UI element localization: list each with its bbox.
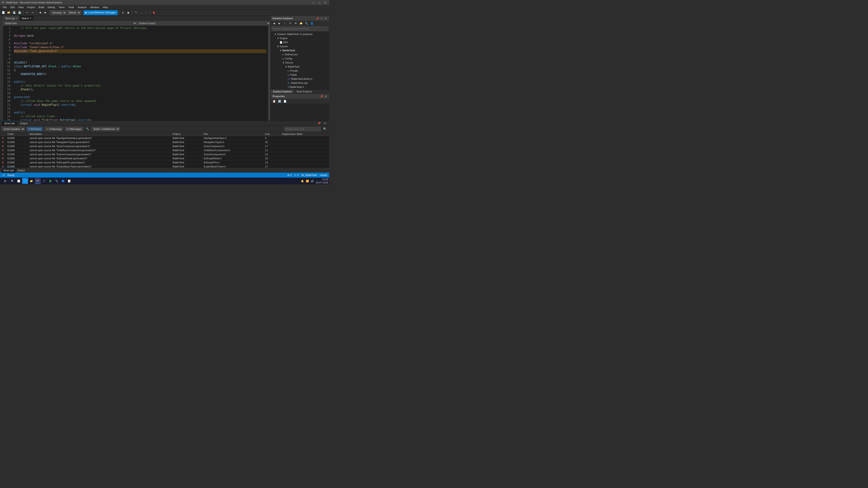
col-suppression[interactable]: Suppression State xyxy=(280,132,329,136)
taskbar-notifications[interactable]: 🔔 xyxy=(301,180,304,183)
se-tab-solution-explorer[interactable]: Solution Explorer xyxy=(271,90,294,94)
tab-tank-cpp-close[interactable]: ✕ xyxy=(16,17,18,20)
build-filter-dropdown[interactable]: Build + IntelliSense xyxy=(92,127,120,131)
open-file-button[interactable]: 📂 xyxy=(6,10,11,15)
taskbar-gog[interactable]: 🐉 xyxy=(48,178,53,184)
step-over-button[interactable]: ↷ xyxy=(133,10,138,15)
tree-build-cs[interactable]: C# BattleTank.Build.cs xyxy=(271,77,329,81)
window-controls[interactable]: — □ ✕ xyxy=(311,0,328,5)
tree-ue4[interactable]: 📄 UE4 xyxy=(271,40,329,44)
new-file-button[interactable]: 📄 xyxy=(1,10,6,15)
menu-window[interactable]: Window xyxy=(88,5,101,9)
step-into-button[interactable]: ↓ xyxy=(138,10,144,15)
se-tab-team-explorer[interactable]: Team Explorer xyxy=(294,90,315,94)
prop-pin-button[interactable]: 📌 xyxy=(320,94,323,98)
taskbar-vs-code[interactable]: 📝 xyxy=(66,178,72,184)
taskbar-explorer[interactable]: 📁 xyxy=(29,178,34,184)
tree-private[interactable]: ▷ Private xyxy=(271,69,329,73)
error-table[interactable]: Code Description Project File Line Suppr… xyxy=(0,132,329,168)
taskbar-search[interactable]: 🔍 xyxy=(9,178,16,184)
table-row[interactable]: ⊘ E1696 cannot open source file "Navigat… xyxy=(0,140,329,144)
tree-source-bt[interactable]: ▼ BattleTank xyxy=(271,65,329,69)
table-row[interactable]: ⊘ E1696 cannot open source file "ChildAc… xyxy=(0,148,329,152)
bottom-close-button[interactable]: ✕ xyxy=(322,121,327,126)
tree-bt-cpp[interactable]: C+ BattleTank.cpp xyxy=(271,81,329,85)
prop-pages-button[interactable]: 📄 xyxy=(283,99,287,104)
code-editor[interactable]: 1234 5678 9101112 13141516 17181920 2122… xyxy=(3,26,270,121)
maximize-button[interactable]: □ xyxy=(317,0,322,5)
prop-close-button[interactable]: ✕ xyxy=(324,94,328,98)
platform-dropdown[interactable]: Win64 xyxy=(67,10,81,15)
tab-tank-h[interactable]: Tank.h ✕ xyxy=(20,16,33,21)
menu-edit[interactable]: Edit xyxy=(8,5,17,9)
code-content[interactable]: // Fill out your copyright notice in the… xyxy=(12,26,268,121)
se-minimize-button[interactable]: — xyxy=(320,17,323,20)
bookmark-button[interactable]: 🔖 xyxy=(151,10,156,15)
error-search-input[interactable] xyxy=(284,127,320,131)
tab-tank-cpp[interactable]: Tank.cpp ✕ xyxy=(3,16,20,21)
tree-source[interactable]: ▼ Source xyxy=(271,61,329,65)
table-row[interactable]: ⊘ E1696 cannot open source file "ActorCo… xyxy=(0,144,329,148)
table-row[interactable]: ⊘ E1696 cannot open source file "EdGraph… xyxy=(0,160,329,164)
taskbar-spotify[interactable]: 🎵 xyxy=(41,178,47,184)
table-row[interactable]: ⊘ E1696 cannot open source file "SceneCo… xyxy=(0,152,329,156)
se-back-button[interactable]: ◀ xyxy=(272,21,276,26)
col-code[interactable]: Code xyxy=(6,132,28,136)
table-row[interactable]: ⊘ E1696 cannot open source file "NavAgen… xyxy=(0,136,329,140)
prop-categorized-button[interactable]: 📋 xyxy=(272,99,277,104)
bottom-tab-output[interactable]: Output xyxy=(18,121,30,126)
undo-button[interactable]: ↩ xyxy=(25,10,30,15)
taskbar-clock[interactable]: 14:00 26.07.2018 xyxy=(316,178,328,184)
error-scope-dropdown[interactable]: Entire Solution xyxy=(2,127,25,131)
se-show-all-button[interactable]: 👁 xyxy=(293,21,298,26)
build-filter-icon-btn[interactable]: 🔧 xyxy=(85,127,90,131)
tree-battletank[interactable]: ▼ BattleTank xyxy=(271,48,329,53)
footer-error-list-tab[interactable]: Error List xyxy=(2,168,16,173)
class-select[interactable]: BattleTank xyxy=(3,21,137,26)
col-line[interactable]: Line xyxy=(264,132,280,136)
col-project[interactable]: Project xyxy=(171,132,202,136)
bottom-tab-error-list[interactable]: Error List xyxy=(2,121,18,126)
se-home-button[interactable]: ⌂ xyxy=(282,21,287,26)
scope-select[interactable]: (Global Scope) xyxy=(137,21,270,26)
menu-view[interactable]: View xyxy=(17,5,26,9)
se-window-controls[interactable]: 📌 — ✕ xyxy=(315,17,327,20)
se-forward-button[interactable]: ▶ xyxy=(277,21,282,26)
col-file[interactable]: File xyxy=(202,132,263,136)
menu-tools[interactable]: Tools xyxy=(66,5,76,9)
stop-button[interactable]: ⏹ xyxy=(126,10,131,15)
minimize-button[interactable]: — xyxy=(311,0,316,5)
step-out-button[interactable]: ↑ xyxy=(144,10,149,15)
taskbar-epic[interactable]: 🔧 xyxy=(54,178,60,184)
table-row[interactable]: ⊘ E1696 cannot open source file "EdGraph… xyxy=(0,156,329,160)
tree-config[interactable]: ▷ Config xyxy=(271,57,329,61)
menu-project[interactable]: Project xyxy=(25,5,37,9)
prop-alphabetical-button[interactable]: 🔤 xyxy=(277,99,282,104)
se-props-button[interactable]: 🔧 xyxy=(304,21,309,26)
se-preview-button[interactable]: 👤 xyxy=(309,21,314,26)
editor-scrollbar[interactable] xyxy=(268,26,270,121)
taskbar-vs[interactable]: 🎮 xyxy=(35,178,41,184)
solution-explorer-search[interactable] xyxy=(272,26,328,31)
bottom-pin-button[interactable]: 📌 xyxy=(317,121,322,126)
tree-references[interactable]: ▷ References xyxy=(271,53,329,57)
menu-analyze[interactable]: Analyze xyxy=(76,5,88,9)
start-debugging-button[interactable]: ▶ Local Windows Debugger xyxy=(84,10,118,15)
navigate-forward-button[interactable]: ▶ xyxy=(43,10,48,15)
messages-filter-button[interactable]: ℹ 0 Messages xyxy=(65,127,83,131)
taskbar-unreal[interactable]: 🔵 xyxy=(60,178,66,184)
table-row[interactable]: ⊘ E1696 cannot open source file "EngineB… xyxy=(0,164,329,168)
tree-solution[interactable]: ▼ Solution 'BattleTank' (2 projects) xyxy=(271,32,329,36)
save-button[interactable]: 💾 xyxy=(12,10,17,15)
menu-debug[interactable]: Debug xyxy=(46,5,57,9)
errors-filter-button[interactable]: ⊘ 93 Errors xyxy=(27,127,43,131)
prop-window-controls[interactable]: 📌 ✕ xyxy=(320,94,328,98)
tree-games[interactable]: ▼ Games xyxy=(271,44,329,48)
menu-help[interactable]: Help xyxy=(101,5,110,9)
save-all-button[interactable]: 💾 xyxy=(17,10,22,15)
warnings-filter-button[interactable]: ⚠ 0 Warnings xyxy=(44,127,63,131)
start-button[interactable]: ⊞ xyxy=(1,178,9,184)
close-button[interactable]: ✕ xyxy=(323,0,328,5)
tab-tank-h-close[interactable]: ✕ xyxy=(30,17,31,20)
taskbar-task-view[interactable]: ⬜ xyxy=(16,178,22,184)
